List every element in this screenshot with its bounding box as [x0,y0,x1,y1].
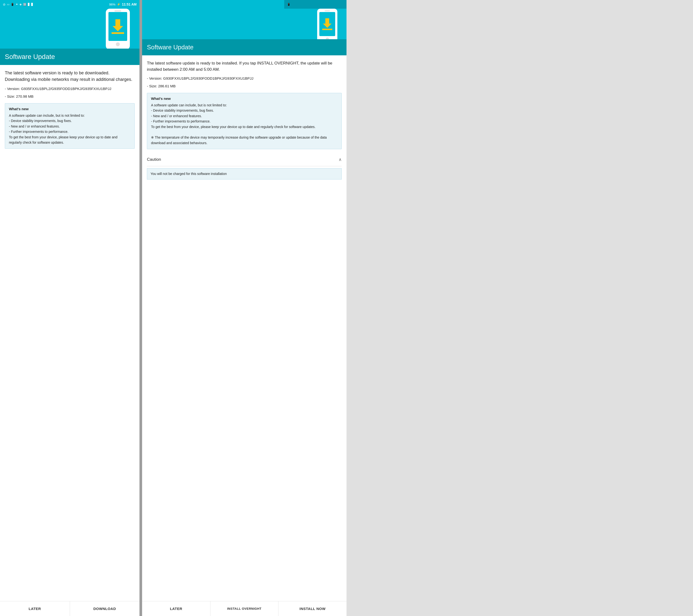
wifi-icon: ◈ [19,3,22,6]
signal-icon-1: ▊ [28,3,30,6]
phone-illustration-right [315,9,339,42]
whats-new-title-right: What's new [151,96,338,101]
phone-speaker-right [324,11,330,11]
left-screen: ⊘ ▭ 📱 ✦ ◈ 🔢 ▊ ▊ 96% ⚡ 11:51 AM [0,0,139,308]
right-screen: 📱 ◈ ▊ 73% 🔋 7:55 a.m. [142,0,346,308]
phone-body-left [106,9,130,50]
title-banner-left: Software Update [0,49,139,65]
signal-icon-2: ▊ [31,3,33,6]
status-bar-right: 📱 ◈ ▊ 73% 🔋 7:55 a.m. [284,0,346,9]
time-left: 11:51 AM [122,2,137,6]
caution-content: You will not be charged for this softwar… [147,168,342,179]
title-banner-right: Software Update [142,39,346,55]
arrow-base-right [322,28,332,30]
phone-illustration-left [103,9,132,50]
software-update-title-left: Software Update [5,53,135,61]
caution-header[interactable]: Caution ∧ [147,153,342,166]
header-background-left: Software Update [0,0,139,65]
download-arrow-right [322,18,332,30]
whats-new-body-left: A software update can include, but is no… [9,113,131,145]
arrow-head-right [323,24,332,28]
bluetooth-icon: ✦ [16,3,18,6]
notification-icon: 🔢 [23,3,26,6]
whats-new-box-right: What's new A software update can include… [147,93,342,149]
whats-new-box-left: What's new A software update can include… [5,103,135,149]
software-update-title-right: Software Update [147,43,342,51]
arrow-head-left [113,26,123,31]
version-right: - Version: G930FXXU1BPL2/G930FODD1BPKJ/G… [147,75,342,81]
main-description-right: The latest software update is ready to b… [147,60,342,73]
caution-title: Caution [147,157,161,162]
battery-percent-left: 96% [109,3,115,6]
phone-icon: 📱 [11,3,14,6]
battery-icon-left: ⚡ [117,3,120,6]
arrow-body-left [115,19,120,26]
screen-divider [139,0,142,308]
status-bar-left: ⊘ ▭ 📱 ✦ ◈ 🔢 ▊ ▊ 96% ⚡ 11:51 AM [0,0,139,9]
phone-speaker-left [115,11,121,12]
whats-new-body-right: A software update can include, but is no… [151,102,338,146]
phone-home-btn-left [116,42,120,46]
content-left: The latest software version is ready to … [0,65,139,308]
content-right: The latest software update is ready to b… [142,55,346,308]
status-icons-right: 📱 [287,3,291,6]
screen-icon: ▭ [7,3,9,6]
phone-icon-right: 📱 [287,3,291,6]
download-arrow-left [112,19,124,34]
whats-new-title-left: What's new [9,107,131,111]
caution-chevron-icon: ∧ [339,157,342,162]
phone-body-right [317,9,337,42]
phone-screen-right [319,12,335,36]
status-icons-left: ⊘ ▭ 📱 ✦ ◈ 🔢 ▊ ▊ [3,3,33,6]
size-left: - Size: 270.98 MB [5,93,135,100]
do-not-disturb-icon: ⊘ [3,3,5,6]
phone-screen-left [108,12,127,41]
arrow-base-left [112,32,124,34]
caution-body: You will not be charged for this softwar… [151,172,227,176]
arrow-body-right [325,18,329,24]
main-description-left: The latest software version is ready to … [5,70,135,83]
size-right: - Size: 286.61 MB [147,83,342,89]
version-left: - Version: G935FXXU1BPL2/G935FODD1BPKJ/G… [5,86,135,92]
